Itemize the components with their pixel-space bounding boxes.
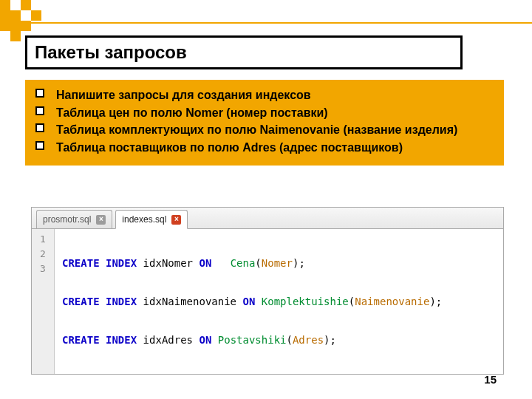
- line-number: 3: [32, 262, 54, 276]
- code-editor: prosmotr.sql × indexes.sql × 1 2 3 CREAT…: [31, 207, 504, 375]
- tab-bar: prosmotr.sql × indexes.sql ×: [32, 208, 503, 229]
- code-body: CREATE INDEX idxNomer ON Cena(Nomer); CR…: [55, 229, 503, 374]
- line-number: 1: [32, 232, 54, 247]
- close-icon[interactable]: ×: [171, 215, 181, 225]
- task-item: Таблица комплектующих по полю Naimenovan…: [35, 122, 494, 138]
- code-line: CREATE INDEX idxNomer ON Cena(Nomer);: [62, 256, 496, 270]
- tab-prosmotr[interactable]: prosmotr.sql ×: [36, 210, 112, 228]
- line-gutter: 1 2 3: [32, 229, 55, 374]
- code-area: 1 2 3 CREATE INDEX idxNomer ON Cena(Nome…: [32, 229, 503, 374]
- page-number: 15: [484, 373, 497, 386]
- task-item: Таблица цен по полю Nomer (номер поставк…: [35, 105, 494, 121]
- tab-indexes[interactable]: indexes.sql ×: [115, 210, 188, 229]
- close-icon[interactable]: ×: [96, 215, 106, 225]
- task-panel: Напишите запросы для создания индексов Т…: [25, 80, 504, 166]
- tab-label: indexes.sql: [122, 214, 166, 225]
- page-title: Пакеты запросов: [25, 35, 463, 69]
- code-line: CREATE INDEX idxNaimenovanie ON Komplekt…: [62, 294, 496, 309]
- task-item: Таблица поставщиков по полю Adres (адрес…: [35, 140, 494, 156]
- line-number: 2: [32, 247, 54, 262]
- tab-label: prosmotr.sql: [43, 214, 91, 225]
- code-line: CREATE INDEX idxAdres ON Postavshiki(Adr…: [62, 332, 496, 347]
- top-divider: [0, 22, 532, 24]
- task-item: Напишите запросы для создания индексов: [35, 87, 494, 103]
